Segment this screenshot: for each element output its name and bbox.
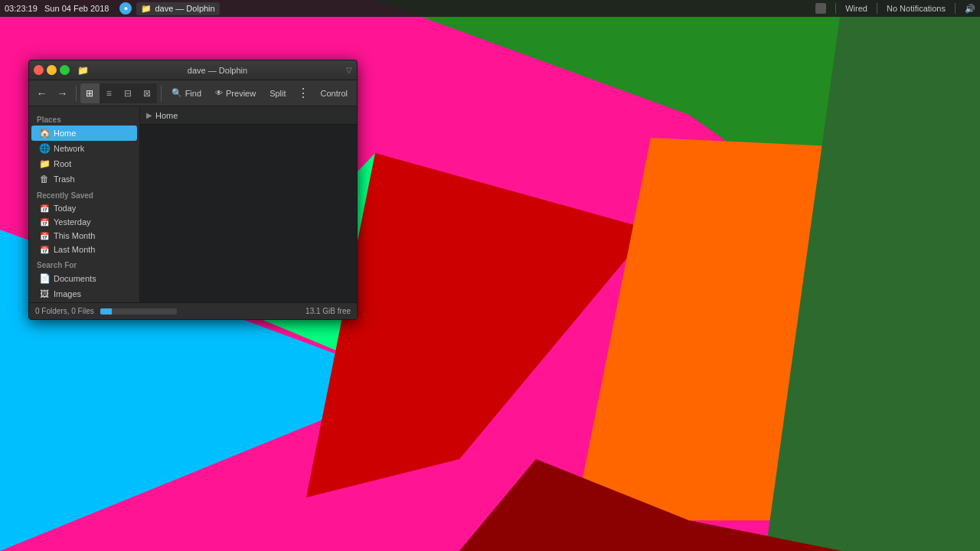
- recently-saved-label: Recently Saved: [29, 187, 139, 201]
- control-button[interactable]: Control: [315, 83, 354, 103]
- sidebar-item-trash-label: Trash: [54, 174, 75, 184]
- storage-used: [100, 308, 112, 315]
- toolbar: ← → ⊞ ≡ ⊟ ⊠ 🔍 Find 👁 Preview Split ⋮ Con…: [29, 80, 357, 106]
- clock-date: Sun 04 Feb 2018: [44, 4, 109, 13]
- window-minimize-button[interactable]: [47, 65, 57, 75]
- list-view-button[interactable]: ≡: [100, 83, 119, 103]
- network-icon: 🌐: [39, 143, 50, 154]
- clock-time: 03:23:19: [5, 4, 38, 13]
- search-for-label: Search For: [29, 256, 139, 271]
- preview-button[interactable]: 👁 Preview: [209, 83, 262, 103]
- title-icon: 📁: [77, 65, 89, 76]
- main-content: Places 🏠 Home 🌐 Network 📁 Root 🗑 Trash R…: [29, 106, 357, 302]
- statusbar: 0 Folders, 0 Files 13.1 GiB free: [29, 302, 357, 319]
- sidebar-item-documents[interactable]: 📄 Documents: [31, 271, 137, 286]
- window-maximize-button[interactable]: [60, 65, 70, 75]
- preview-icon: 👁: [215, 89, 223, 97]
- sidebar: Places 🏠 Home 🌐 Network 📁 Root 🗑 Trash R…: [29, 106, 140, 302]
- sidebar-item-home-label: Home: [54, 129, 76, 138]
- sidebar-item-yesterday-label: Yesterday: [54, 217, 91, 227]
- compact-view-button[interactable]: ⊟: [119, 83, 138, 103]
- file-area[interactable]: ▶ Home: [140, 106, 357, 302]
- sidebar-item-root[interactable]: 📁 Root: [31, 156, 137, 171]
- sidebar-item-today-label: Today: [54, 204, 76, 213]
- find-icon: 🔍: [172, 88, 182, 98]
- sidebar-item-network[interactable]: 🌐 Network: [31, 141, 137, 156]
- sidebar-item-last-month[interactable]: 📅 Last Month: [31, 243, 137, 256]
- breadcrumb-arrow: ▶: [146, 111, 152, 119]
- app-window-label: dave — Dolphin: [155, 4, 214, 13]
- title-bar: 📁 dave — Dolphin ▽: [29, 60, 357, 80]
- find-label: Find: [185, 89, 201, 98]
- sidebar-item-home[interactable]: 🏠 Home: [31, 126, 137, 141]
- file-area-empty: [140, 125, 357, 302]
- breadcrumb-home[interactable]: Home: [155, 111, 178, 120]
- status-icon: ●: [119, 2, 132, 15]
- network-label: Wired: [845, 4, 867, 13]
- yesterday-icon: 📅: [39, 218, 50, 227]
- breadcrumb: ▶ Home: [140, 106, 357, 125]
- places-section-label: Places: [29, 111, 139, 126]
- storage-free-label: 13.1 GiB free: [305, 307, 351, 315]
- back-button[interactable]: ←: [32, 83, 51, 103]
- app-window-icon: 📁: [141, 4, 152, 14]
- sidebar-item-yesterday[interactable]: 📅 Yesterday: [31, 215, 137, 229]
- sidebar-item-network-label: Network: [54, 144, 84, 153]
- split-button[interactable]: Split: [263, 83, 292, 103]
- sidebar-item-this-month-label: This Month: [54, 231, 95, 240]
- today-icon: 📅: [39, 204, 50, 213]
- storage-bar: [100, 308, 177, 315]
- title-collapse-icon: ▽: [346, 66, 352, 74]
- more-button[interactable]: ⋮: [294, 83, 313, 103]
- last-month-icon: 📅: [39, 246, 50, 254]
- dolphin-window: 📁 dave — Dolphin ▽ ← → ⊞ ≡ ⊟ ⊠ 🔍 Find 👁 …: [28, 60, 358, 320]
- volume-icon[interactable]: 🔊: [965, 4, 975, 14]
- images-icon: 🖼: [39, 289, 50, 299]
- sidebar-item-last-month-label: Last Month: [54, 245, 95, 254]
- folders-files-count: 0 Folders, 0 Files: [35, 307, 94, 315]
- this-month-icon: 📅: [39, 232, 50, 240]
- sidebar-item-images-label: Images: [54, 289, 81, 298]
- home-icon: 🏠: [39, 128, 50, 139]
- find-button[interactable]: 🔍 Find: [165, 83, 207, 103]
- trash-icon: 🗑: [39, 174, 50, 184]
- taskbar: 03:23:19 Sun 04 Feb 2018 ● 📁 dave — Dolp…: [0, 0, 980, 17]
- notifications-label: No Notifications: [887, 4, 946, 13]
- taskbar-left: 03:23:19 Sun 04 Feb 2018 ● 📁 dave — Dolp…: [5, 2, 220, 15]
- taskbar-square-btn[interactable]: [815, 3, 826, 14]
- sidebar-item-trash[interactable]: 🗑 Trash: [31, 171, 137, 187]
- tree-view-button[interactable]: ⊠: [138, 83, 157, 103]
- taskbar-clock: 03:23:19 Sun 04 Feb 2018: [5, 4, 109, 13]
- split-label: Split: [270, 89, 286, 98]
- control-label: Control: [321, 89, 348, 98]
- sidebar-item-documents-label: Documents: [54, 274, 96, 283]
- forward-button[interactable]: →: [53, 83, 72, 103]
- sidebar-item-this-month[interactable]: 📅 This Month: [31, 229, 137, 243]
- sidebar-item-today[interactable]: 📅 Today: [31, 201, 137, 215]
- documents-icon: 📄: [39, 273, 50, 284]
- sidebar-item-images[interactable]: 🖼 Images: [31, 286, 137, 302]
- window-close-button[interactable]: [34, 65, 44, 75]
- icon-view-button[interactable]: ⊞: [80, 83, 100, 103]
- root-icon: 📁: [39, 158, 50, 169]
- taskbar-right: Wired No Notifications 🔊: [815, 3, 975, 14]
- preview-label: Preview: [226, 89, 256, 98]
- window-title: dave — Dolphin: [92, 66, 343, 75]
- taskbar-app-window[interactable]: 📁 dave — Dolphin: [136, 2, 219, 15]
- sidebar-item-root-label: Root: [54, 159, 71, 168]
- view-mode-group: ⊞ ≡ ⊟ ⊠: [80, 83, 157, 103]
